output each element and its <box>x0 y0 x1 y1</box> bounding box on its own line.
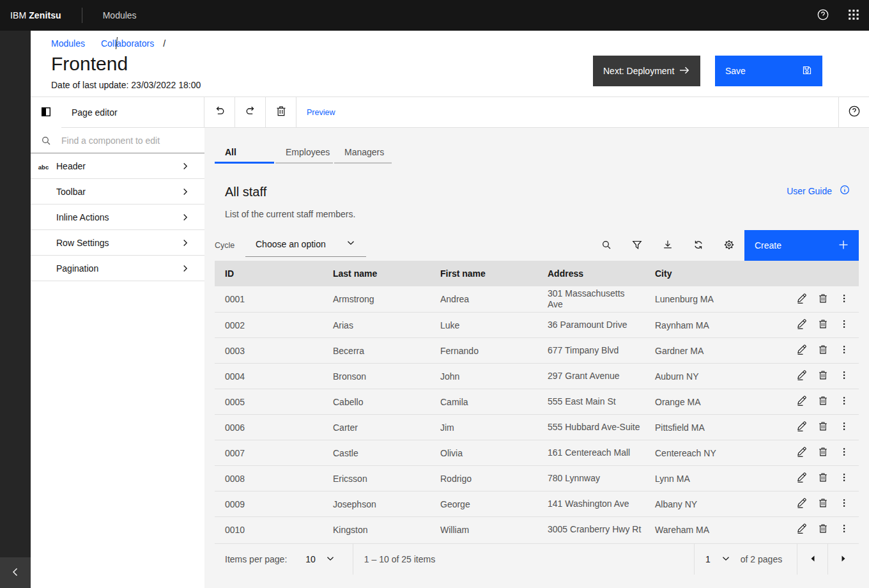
delete-row-button[interactable] <box>818 346 828 356</box>
preview-link[interactable]: Preview <box>307 108 335 117</box>
table-row[interactable]: 0001ArmstrongAndrea301 Massachusetts Ave… <box>215 286 859 312</box>
row-overflow-menu-button[interactable] <box>839 448 849 458</box>
app-switcher-button[interactable] <box>838 0 869 31</box>
overflow-menu-icon <box>839 396 849 408</box>
edit-row-button[interactable] <box>797 397 807 407</box>
table-row[interactable]: 0010KingstonWilliam3005 Cranberry Hwy Rt… <box>215 516 859 542</box>
cell-last-name: Becerra <box>323 338 430 363</box>
delete-row-button[interactable] <box>818 294 828 304</box>
row-overflow-menu-button[interactable] <box>839 320 849 330</box>
component-list: abcHeaderToolbarInline ActionsRow Settin… <box>31 153 204 281</box>
cell-id: 0006 <box>215 415 323 440</box>
cell-last-name: Arias <box>323 313 430 337</box>
filter-button[interactable] <box>622 230 652 261</box>
refresh-button[interactable] <box>683 230 714 261</box>
cell-city: Wareham MA <box>645 517 752 542</box>
tab-employees[interactable]: Employees <box>275 143 333 164</box>
cell-address: 161 Centereach Mall <box>537 440 645 465</box>
row-overflow-menu-button[interactable] <box>839 397 849 407</box>
topbar-nav-modules[interactable]: Modules <box>103 10 137 20</box>
previous-page-button[interactable] <box>797 544 827 575</box>
cell-id: 0008 <box>215 466 323 491</box>
next-page-button[interactable] <box>828 544 859 575</box>
component-item-row-settings[interactable]: Row Settings <box>31 230 204 256</box>
next-deployment-label: Next: Deployment <box>603 66 674 76</box>
toolbar-help-button[interactable] <box>838 97 869 128</box>
column-header-last-name: Last name <box>323 261 430 286</box>
undo-button[interactable] <box>204 97 235 128</box>
trash-icon <box>275 105 287 119</box>
collapse-panel-button[interactable] <box>31 97 61 128</box>
settings-button[interactable] <box>714 230 744 261</box>
page-number-select[interactable]: 1 of 2 pages <box>695 544 797 575</box>
page-size-value: 10 <box>305 554 316 564</box>
tab-all[interactable]: All <box>215 143 274 164</box>
edit-row-button[interactable] <box>797 499 807 509</box>
breadcrumb-collaborators-label: Collaborators <box>101 38 154 49</box>
settings-icon <box>724 240 734 252</box>
editor-canvas: AllEmployeesManagers All staff List of t… <box>204 128 869 588</box>
cell-actions <box>752 389 859 414</box>
cycle-dropdown[interactable]: Choose an option <box>245 231 366 257</box>
edit-row-button[interactable] <box>797 474 807 484</box>
delete-row-button[interactable] <box>818 371 828 382</box>
search-button[interactable] <box>591 230 622 261</box>
edit-row-button[interactable] <box>797 525 807 535</box>
cell-address: 141 Washington Ave <box>537 491 645 516</box>
string-text-icon: abc <box>38 161 49 175</box>
overflow-menu-icon <box>839 293 849 306</box>
edit-row-button[interactable] <box>797 294 807 304</box>
edit-row-button[interactable] <box>797 346 807 356</box>
cell-city: Lunenburg MA <box>645 286 752 312</box>
row-overflow-menu-button[interactable] <box>839 294 849 304</box>
cell-address: 297 Grant Avenue <box>537 364 645 389</box>
component-item-pagination[interactable]: Pagination <box>31 256 204 281</box>
page-size-select[interactable]: 10 <box>305 553 335 566</box>
row-overflow-menu-button[interactable] <box>839 371 849 382</box>
breadcrumb-link-modules[interactable]: Modules <box>51 38 85 49</box>
table-row[interactable]: 0006CarterJim555 Hubbard Ave-SuitePittsf… <box>215 414 859 440</box>
table-row[interactable]: 0003BecerraFernando677 Timpany BlvdGardn… <box>215 337 859 363</box>
row-overflow-menu-button[interactable] <box>839 422 849 433</box>
create-button[interactable]: Create <box>744 230 859 261</box>
edit-row-button[interactable] <box>797 320 807 330</box>
table-row[interactable]: 0002AriasLuke36 Paramount DriveRaynham M… <box>215 312 859 337</box>
row-overflow-menu-button[interactable] <box>839 525 849 535</box>
delete-row-button[interactable] <box>818 422 828 433</box>
tab-managers[interactable]: Managers <box>334 143 392 164</box>
row-overflow-menu-button[interactable] <box>839 474 849 484</box>
row-overflow-menu-button[interactable] <box>839 346 849 356</box>
breadcrumb-link-collaborators[interactable]: Collaborators <box>101 38 154 49</box>
cell-address: 555 Hubbard Ave-Suite <box>537 415 645 440</box>
save-button[interactable]: Save <box>715 56 822 86</box>
component-search-input[interactable] <box>61 128 196 153</box>
user-guide-link[interactable]: User Guide <box>787 186 832 196</box>
delete-row-button[interactable] <box>818 474 828 484</box>
component-item-inline-actions[interactable]: Inline Actions <box>31 205 204 230</box>
redo-button[interactable] <box>235 97 265 128</box>
table-row[interactable]: 0004BronsonJohn297 Grant AvenueAuburn NY <box>215 363 859 389</box>
row-overflow-menu-button[interactable] <box>839 499 849 509</box>
delete-row-button[interactable] <box>818 448 828 458</box>
delete-row-button[interactable] <box>818 397 828 407</box>
save-icon <box>802 65 812 77</box>
download-button[interactable] <box>652 230 683 261</box>
help-button[interactable] <box>808 0 838 31</box>
table-row[interactable]: 0007CastleOlivia161 Centereach MallCente… <box>215 440 859 465</box>
delete-row-button[interactable] <box>818 525 828 535</box>
cell-id: 0002 <box>215 313 323 337</box>
table-row[interactable]: 0009JosephsonGeorge141 Washington AveAlb… <box>215 491 859 516</box>
info-icon[interactable] <box>840 185 850 197</box>
component-item-toolbar[interactable]: Toolbar <box>31 179 204 205</box>
table-row[interactable]: 0005CabelloCamila555 East Main StOrange … <box>215 389 859 414</box>
delete-row-button[interactable] <box>818 320 828 330</box>
delete-row-button[interactable] <box>818 499 828 509</box>
next-deployment-button[interactable]: Next: Deployment <box>593 56 700 86</box>
edit-row-button[interactable] <box>797 448 807 458</box>
table-row[interactable]: 0008EricssonRodrigo780 LynnwayLynn MA <box>215 465 859 491</box>
delete-button[interactable] <box>266 97 296 128</box>
edit-row-button[interactable] <box>797 422 807 433</box>
edit-row-button[interactable] <box>797 371 807 382</box>
rail-collapse-button[interactable] <box>0 557 31 588</box>
component-item-header[interactable]: abcHeader <box>31 153 204 179</box>
